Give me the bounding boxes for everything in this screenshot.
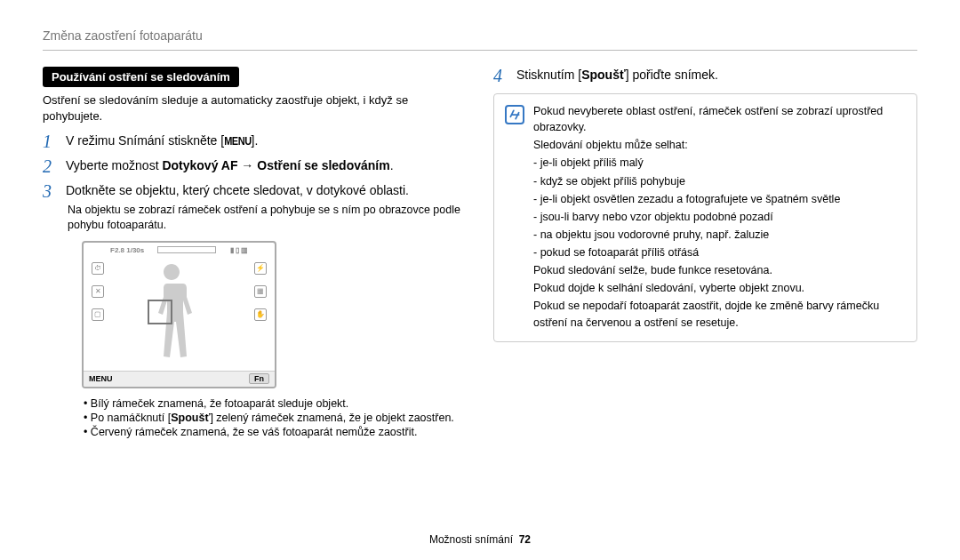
note-line-5: Pokud se nepodaří fotoaparát zaostřit, d… <box>533 298 906 330</box>
lcd-fn-label: Fn <box>249 373 269 384</box>
footer-section: Možnosti snímání <box>429 533 513 546</box>
step2-bold1: Dotykový AF <box>162 158 237 172</box>
intro-text: Ostření se sledováním sleduje a automati… <box>43 92 467 124</box>
note-line-2: Sledování objektu může selhat: <box>533 137 906 153</box>
divider <box>43 50 917 51</box>
legend-green-post: ] zelený rámeček znamená, že je objekt z… <box>210 412 453 424</box>
note-dash-2: když se objekt příliš pohybuje <box>533 173 906 189</box>
frame-color-legend: Bílý rámeček znamená, že fotoaparát sled… <box>84 397 467 438</box>
step4-pre: Stisknutím [ <box>516 68 581 82</box>
lcd-exposure-scale <box>157 246 216 253</box>
step-number: 2 <box>43 157 57 175</box>
lcd-left-icons: ⏱ ✕ ▢ <box>89 262 107 321</box>
lcd-exposure-text: F2.8 1/30s <box>110 246 144 254</box>
note-dash-5: na objektu jsou vodorovné pruhy, např. ž… <box>533 227 906 243</box>
page-breadcrumb: Změna zaostření fotoaparátu <box>43 28 917 43</box>
step-number: 1 <box>43 132 57 150</box>
step3-sub: Na objektu se zobrazí rámeček ostření a … <box>68 203 467 234</box>
step2-pre: Vyberte možnost <box>66 158 162 172</box>
note-dash-3: je-li objekt osvětlen zezadu a fotografu… <box>533 191 906 207</box>
note-body: Pokud nevyberete oblast ostření, rámeček… <box>533 103 906 332</box>
step-number: 3 <box>43 182 57 234</box>
step-3: 3 Dotkněte se objektu, který chcete sled… <box>43 182 467 234</box>
note-line-4: Pokud dojde k selhání sledování, vyberte… <box>533 280 906 296</box>
lcd-menu-label: MENU <box>89 374 113 383</box>
left-column: Používání ostření se sledováním Ostření … <box>43 67 467 440</box>
timer-icon: ⏱ <box>92 262 104 275</box>
page-number: 72 <box>519 533 531 546</box>
legend-green-pre: Po namáčknutí [ <box>91 412 171 424</box>
note-dash-4: jsou-li barvy nebo vzor objektu podobné … <box>533 209 906 225</box>
step2-mid: → <box>237 158 257 172</box>
legend-white: Bílý rámeček znamená, že fotoaparát sled… <box>84 397 467 410</box>
shutter-label: Spoušť <box>171 412 210 424</box>
subsection-heading: Používání ostření se sledováním <box>43 67 239 87</box>
note-box: Pokud nevyberete oblast ostření, rámeček… <box>493 93 917 342</box>
menu-icon: MENU <box>224 134 251 149</box>
flash-icon: ⚡ <box>254 262 267 275</box>
step2-bold2: Ostření se sledováním <box>257 158 389 172</box>
lcd-status-icons: ▮ ▯ ▥ <box>230 246 248 254</box>
shutter-label: Spoušť <box>581 68 626 82</box>
legend-green: Po namáčknutí [Spoušť] zelený rámeček zn… <box>84 412 467 424</box>
right-column: 4 Stisknutím [Spoušť] pořiďte snímek. Po… <box>493 67 917 440</box>
step-1: 1 V režimu Snímání stiskněte [MENU]. <box>43 132 467 150</box>
legend-red: Červený rámeček znamená, že se váš fotoa… <box>84 426 467 438</box>
note-dash-6: pokud se fotoaparát příliš otřásá <box>533 244 906 260</box>
step-4: 4 Stisknutím [Spoušť] pořiďte snímek. <box>493 67 917 84</box>
flash-off-icon: ✕ <box>92 285 104 298</box>
camera-lcd-illustration: F2.8 1/30s ▮ ▯ ▥ ⏱ ✕ ▢ ⚡ ▦ ✋ <box>82 241 276 388</box>
focus-area-icon: ▢ <box>92 308 104 321</box>
note-dash-1: je-li objekt příliš malý <box>533 155 906 171</box>
step1-text-pre: V režimu Snímání stiskněte [ <box>66 133 224 148</box>
page-footer: Možnosti snímání 72 <box>0 533 960 546</box>
note-line-1: Pokud nevyberete oblast ostření, rámeček… <box>533 103 906 135</box>
step3-main: Dotkněte se objektu, který chcete sledov… <box>66 183 409 197</box>
note-line-3: Pokud sledování selže, bude funkce reset… <box>533 262 906 278</box>
step-number: 4 <box>493 67 508 84</box>
mode-icon: ▦ <box>254 285 267 298</box>
step-2: 2 Vyberte možnost Dotykový AF → Ostření … <box>43 157 467 175</box>
focus-frame <box>148 300 172 324</box>
step2-post: . <box>390 158 394 172</box>
note-icon <box>505 105 524 124</box>
step1-text-post: ]. <box>252 133 259 148</box>
stabilizer-icon: ✋ <box>254 308 267 321</box>
step4-post: ] pořiďte snímek. <box>626 68 718 82</box>
lcd-right-icons: ⚡ ▦ ✋ <box>252 262 269 321</box>
